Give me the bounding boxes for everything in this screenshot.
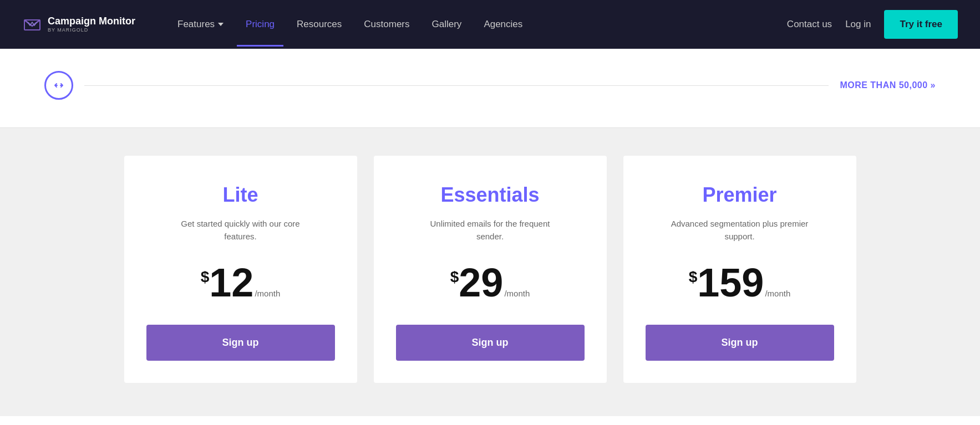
price-dollar-premier: $ bbox=[689, 268, 698, 286]
plan-desc-premier: Advanced segmentation plus premier suppo… bbox=[668, 218, 812, 243]
price-amount-premier: 159 bbox=[697, 263, 764, 303]
more-than-label[interactable]: MORE THAN 50,000 » bbox=[840, 80, 936, 90]
price-period-essentials: /month bbox=[504, 289, 530, 298]
plan-desc-lite: Get started quickly with our core featur… bbox=[169, 218, 313, 243]
nav-link-gallery[interactable]: Gallery bbox=[423, 14, 471, 34]
plan-price-lite: $ 12 /month bbox=[201, 263, 281, 303]
signup-button-lite[interactable]: Sign up bbox=[146, 325, 335, 361]
price-period-premier: /month bbox=[765, 289, 790, 298]
nav-link-resources[interactable]: Resources bbox=[288, 14, 351, 34]
nav-link-agencies[interactable]: Agencies bbox=[475, 14, 531, 34]
nav-link-customers[interactable]: Customers bbox=[355, 14, 418, 34]
price-amount-essentials: 29 bbox=[459, 263, 503, 303]
login-link[interactable]: Log in bbox=[845, 19, 871, 30]
nav-link-pricing[interactable]: Pricing bbox=[237, 14, 283, 34]
plan-name-premier: Premier bbox=[702, 183, 776, 207]
logo-main-text: Campaign Monitor bbox=[48, 16, 135, 27]
pricing-card-lite: Lite Get started quickly with our core f… bbox=[124, 156, 357, 383]
contact-us-link[interactable]: Contact us bbox=[787, 19, 832, 30]
pricing-card-essentials: Essentials Unlimited emails for the freq… bbox=[374, 156, 607, 383]
pricing-section: Lite Get started quickly with our core f… bbox=[0, 128, 980, 416]
hero-section: MORE THAN 50,000 » bbox=[0, 49, 980, 128]
price-period-lite: /month bbox=[255, 289, 280, 298]
pricing-card-premier: Premier Advanced segmentation plus premi… bbox=[623, 156, 856, 383]
nav-right: Contact us Log in Try it free bbox=[787, 10, 958, 39]
price-amount-lite: 12 bbox=[209, 263, 253, 303]
pricing-cards-container: Lite Get started quickly with our core f… bbox=[102, 156, 879, 383]
price-dollar-lite: $ bbox=[201, 268, 210, 286]
nav-link-features[interactable]: Features bbox=[169, 14, 232, 34]
plan-price-essentials: $ 29 /month bbox=[450, 263, 530, 303]
signup-button-essentials[interactable]: Sign up bbox=[396, 325, 585, 361]
logo-icon bbox=[22, 17, 42, 32]
logo-sub-text: BY MARIGOLD bbox=[48, 27, 135, 33]
features-chevron-down-icon bbox=[218, 23, 224, 26]
price-dollar-essentials: $ bbox=[450, 268, 459, 286]
try-free-button[interactable]: Try it free bbox=[884, 10, 958, 39]
arrows-icon bbox=[52, 79, 65, 92]
scroll-left-right-icon[interactable] bbox=[44, 71, 73, 100]
signup-button-premier[interactable]: Sign up bbox=[646, 325, 834, 361]
plan-name-essentials: Essentials bbox=[440, 183, 539, 207]
nav-links: Features Pricing Resources Customers Gal… bbox=[169, 14, 787, 34]
plan-price-premier: $ 159 /month bbox=[689, 263, 791, 303]
navbar: Campaign Monitor BY MARIGOLD Features Pr… bbox=[0, 0, 980, 49]
plan-name-lite: Lite bbox=[222, 183, 258, 207]
hero-divider bbox=[84, 85, 829, 86]
plan-desc-essentials: Unlimited emails for the frequent sender… bbox=[418, 218, 562, 243]
logo[interactable]: Campaign Monitor BY MARIGOLD bbox=[22, 16, 135, 33]
